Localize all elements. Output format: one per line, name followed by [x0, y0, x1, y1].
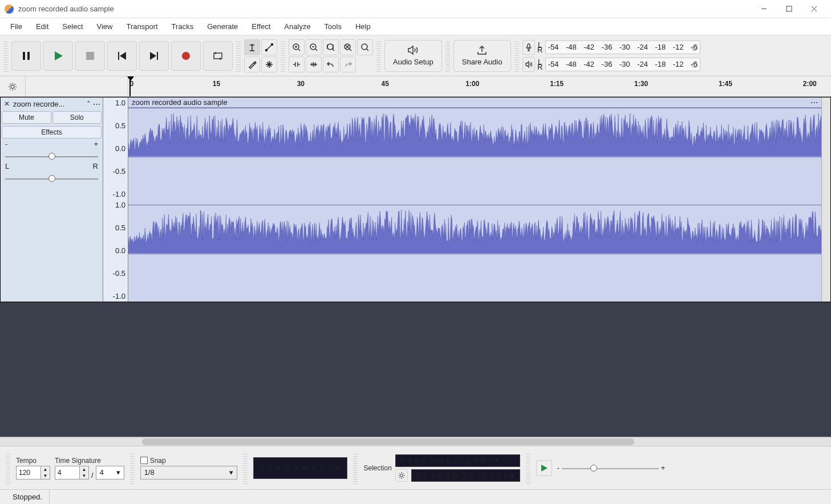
mic-icon[interactable]: [522, 40, 535, 55]
undo-button[interactable]: [323, 56, 339, 72]
solo-button[interactable]: Solo: [52, 111, 102, 124]
track-collapse-icon[interactable]: ˄: [87, 100, 91, 108]
timesig-num-input[interactable]: ▲▼: [55, 466, 89, 479]
envelope-tool-button[interactable]: [261, 39, 277, 55]
playback-meter-scale[interactable]: -54-48-42-36-30-24-18-12-6: [545, 58, 700, 71]
loop-button[interactable]: [203, 41, 233, 71]
menu-analyze[interactable]: Analyze: [277, 20, 317, 33]
skip-start-button[interactable]: [107, 41, 137, 71]
snap-value-select[interactable]: 1/8▾: [140, 466, 237, 479]
toolbar-grip[interactable]: [514, 40, 519, 72]
menu-file[interactable]: File: [3, 20, 29, 33]
vertical-scrollbar[interactable]: [821, 97, 830, 302]
toolbar-grip[interactable]: [376, 40, 381, 72]
ruler-tick: 1:00: [465, 80, 479, 88]
menu-generate[interactable]: Generate: [200, 20, 245, 33]
selection-end-display[interactable]: 0 0 h 0 0 m 0 0 . 0 0 0 s▾: [411, 469, 521, 482]
selection-tool-button[interactable]: [244, 39, 260, 55]
toolbar-grip[interactable]: [445, 40, 450, 72]
horizontal-scrollbar[interactable]: [0, 437, 831, 446]
gain-slider[interactable]: [5, 152, 98, 161]
toolbar-grip[interactable]: [243, 452, 248, 484]
vtick: 1.0: [106, 99, 125, 107]
toolbar-grip[interactable]: [3, 40, 8, 72]
mute-button[interactable]: Mute: [2, 111, 51, 124]
menu-effect[interactable]: Effect: [245, 20, 277, 33]
timeline-ruler[interactable]: 0 15 30 45 1:00 1:15 1:30 1:45 2:00: [128, 76, 831, 96]
time-position-display[interactable]: 0 0 h 0 0 m 0 0 s▾: [253, 457, 348, 479]
toolbar-grip[interactable]: [281, 40, 285, 72]
clip-name[interactable]: zoom recorded audio sample: [132, 98, 228, 107]
toolbar-grip[interactable]: [353, 452, 358, 484]
menu-edit[interactable]: Edit: [29, 20, 55, 33]
spin-down-icon[interactable]: ▼: [41, 473, 50, 479]
fit-project-button[interactable]: [340, 39, 356, 55]
snap-checkbox[interactable]: [140, 457, 148, 464]
menu-view[interactable]: View: [90, 20, 120, 33]
track-menu-button[interactable]: ⋯: [93, 100, 100, 108]
speed-max-label: +: [661, 464, 666, 472]
meters-panel: LR -54-48-42-36-30-24-18-12-6 LR -54-48-…: [522, 40, 700, 72]
effects-button[interactable]: Effects: [2, 126, 102, 139]
timeline-settings-button[interactable]: [5, 79, 21, 95]
pause-button[interactable]: [11, 41, 41, 71]
play-button[interactable]: [43, 41, 73, 71]
toolbar-grip[interactable]: [526, 452, 530, 484]
toolbar-grip[interactable]: [130, 452, 135, 484]
zoom-toggle-button[interactable]: [357, 39, 373, 55]
menu-tracks[interactable]: Tracks: [165, 20, 201, 33]
record-button[interactable]: [171, 41, 201, 71]
ruler-tick: 1:30: [634, 80, 648, 88]
pan-slider[interactable]: [5, 174, 98, 183]
selection-settings-button[interactable]: [395, 469, 408, 482]
skip-end-button[interactable]: [139, 41, 169, 71]
multi-tool-button[interactable]: [261, 56, 277, 72]
stop-button[interactable]: [75, 41, 105, 71]
waveform-area[interactable]: zoom recorded audio sample ⋯: [128, 97, 821, 302]
zoom-out-button[interactable]: [306, 39, 322, 55]
track-name[interactable]: zoom recorde...: [13, 100, 84, 108]
menu-help[interactable]: Help: [348, 20, 378, 33]
playback-speed-slider[interactable]: [562, 464, 659, 473]
waveform-left[interactable]: [128, 108, 821, 205]
play-at-speed-button[interactable]: [536, 460, 552, 476]
svg-marker-21: [541, 465, 548, 472]
recording-meter-scale[interactable]: -54-48-42-36-30-24-18-12-6: [545, 40, 700, 54]
speaker-icon[interactable]: [522, 57, 535, 72]
tracks-area: ✕ zoom recorde... ˄ ⋯ Mute Solo Effects …: [0, 97, 831, 446]
zoom-in-button[interactable]: [289, 39, 305, 55]
recording-meter[interactable]: LR -54-48-42-36-30-24-18-12-6: [522, 40, 700, 55]
share-audio-label: Share Audio: [462, 58, 502, 66]
gain-max-label: +: [94, 140, 98, 148]
playback-meter[interactable]: LR -54-48-42-36-30-24-18-12-6: [522, 57, 700, 72]
menu-select[interactable]: Select: [55, 20, 90, 33]
menu-transport[interactable]: Transport: [119, 20, 164, 33]
bottom-toolbar: Tempo ▲▼ Time Signature ▲▼ / 4▾ Snap 1/8…: [0, 446, 831, 489]
share-audio-button[interactable]: Share Audio: [453, 40, 511, 72]
fit-selection-button[interactable]: [323, 39, 339, 55]
amplitude-ruler: 1.0 0.5 0.0 -0.5 -1.0 1.0 0.5 0.0 -0.5 -…: [103, 97, 128, 302]
window-close-button[interactable]: [801, 1, 826, 17]
vtick: 0.0: [106, 144, 125, 153]
clip-menu-button[interactable]: ⋯: [810, 98, 818, 107]
toolbar-grip[interactable]: [236, 40, 241, 72]
redo-button[interactable]: [340, 56, 356, 72]
draw-tool-button[interactable]: [244, 56, 260, 72]
toolbar-grip[interactable]: [6, 452, 10, 484]
waveform-right[interactable]: [128, 205, 821, 302]
ruler-tick: 45: [382, 80, 389, 88]
menu-tools[interactable]: Tools: [318, 20, 348, 33]
tempo-input[interactable]: ▲▼: [16, 466, 50, 479]
timesig-den-select[interactable]: 4▾: [96, 466, 124, 479]
trim-button[interactable]: [289, 56, 305, 72]
window-maximize-button[interactable]: [776, 1, 801, 17]
ruler-tick: 30: [297, 80, 305, 88]
spin-up-icon[interactable]: ▲: [41, 466, 50, 473]
svg-rect-10: [214, 53, 222, 59]
track-close-button[interactable]: ✕: [3, 100, 11, 108]
silence-button[interactable]: [306, 56, 322, 72]
selection-start-display[interactable]: 0 0 h 0 0 m 0 0 . 0 0 0 s▾: [395, 454, 521, 467]
window-minimize-button[interactable]: [751, 1, 776, 17]
audio-setup-button[interactable]: Audio Setup: [384, 40, 442, 72]
vtick: 0.5: [106, 223, 125, 232]
